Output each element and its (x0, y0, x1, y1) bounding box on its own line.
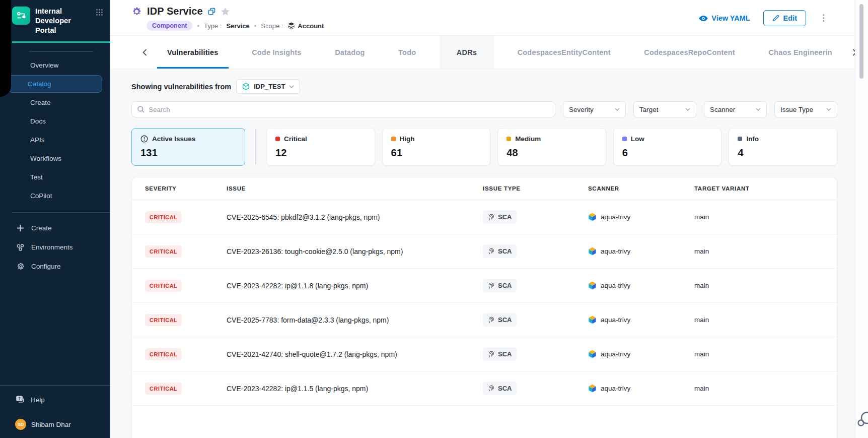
copy-icon[interactable] (208, 8, 215, 15)
user-name: Shibam Dhar (31, 421, 71, 428)
page-title: IDP Service (147, 6, 203, 17)
fingerprint-icon (488, 317, 495, 324)
table-row[interactable]: CRITICAL CVE-2021-42740: shell-quote@1.7… (132, 337, 837, 371)
severity-badge: CRITICAL (145, 245, 182, 258)
sidebar-item-create[interactable]: Create (0, 93, 110, 112)
severity-cell: CRITICAL (145, 211, 227, 223)
chevron-down-icon (615, 108, 620, 111)
chevron-down-icon (289, 85, 294, 88)
favorite-star-icon[interactable] (221, 7, 230, 16)
tab-codespacesrepocontent[interactable]: CodespacesRepoContent (634, 36, 745, 69)
user-avatar: SD (15, 419, 26, 430)
sidebar-item-help[interactable]: ? Help (0, 396, 110, 404)
edit-button[interactable]: Edit (763, 10, 806, 26)
table-row[interactable]: CRITICAL CVE-2023-42282: ip@1.1.5 (lang-… (132, 371, 837, 406)
apps-grid-icon[interactable] (96, 9, 103, 16)
severity-card-info[interactable]: Info 4 (729, 128, 837, 166)
tab-codespacesentitycontent[interactable]: CodespacesEntityContent (508, 36, 621, 69)
column-header-severity: SEVERITY (145, 185, 227, 192)
tab-label: CodespacesRepoContent (644, 48, 735, 56)
issue-cell: CVE-2025-6545: pbkdf2@3.1.2 (lang-pkgs, … (227, 213, 483, 221)
target-selector[interactable]: IDP_TEST (236, 79, 300, 94)
vulnerabilities-panel: Showing vulnerabilities from IDP_TEST Se… (110, 69, 868, 438)
sidebar-item-overview[interactable]: Overview (0, 56, 110, 75)
issue-type-cell: SCA (483, 382, 588, 395)
severity-card-low[interactable]: Low 6 (613, 128, 722, 166)
issue-type-cell: SCA (483, 244, 588, 258)
sidebar-item-apis[interactable]: APIs (0, 131, 110, 149)
sidebar-action-configure[interactable]: Configure (0, 257, 110, 276)
scanner-name: aqua-trivy (601, 247, 630, 255)
tab-todo[interactable]: Todo (388, 36, 426, 69)
scanner-cell: aqua-trivy (588, 316, 694, 324)
edit-label: Edit (783, 14, 797, 22)
sidebar-logo-row: Internal Developer Portal (0, 0, 110, 35)
sidebar-action-create[interactable]: Create (0, 219, 110, 238)
fingerprint-icon (488, 282, 495, 289)
sidebar-spacer (0, 276, 110, 385)
table-row[interactable]: CRITICAL CVE-2023-26136: tough-cookie@2.… (132, 234, 837, 269)
eye-icon (699, 15, 708, 22)
issue-cell: CVE-2023-26136: tough-cookie@2.5.0 (lang… (227, 247, 483, 256)
meta-separator: • (254, 22, 257, 30)
page-scrollbar-track[interactable] (855, 0, 868, 438)
user-menu[interactable]: SD Shibam Dhar (0, 419, 110, 430)
floating-help-widget-icon[interactable] (856, 409, 868, 431)
sidebar-item-catalog[interactable]: Catalog (8, 75, 102, 93)
portal-logo-icon[interactable] (12, 7, 30, 25)
svg-text:?: ? (18, 397, 20, 400)
entity-kind-badge[interactable]: Component (147, 21, 192, 31)
table-body: CRITICAL CVE-2025-6545: pbkdf2@3.1.2 (la… (132, 200, 837, 406)
scope-account-icon (287, 22, 295, 29)
search-input[interactable] (149, 106, 549, 113)
issue-type-chip: SCA (483, 244, 517, 258)
entity-header-actions: View YAML Edit ⋮ (699, 6, 828, 31)
sidebar-action-environments[interactable]: Environments (0, 238, 110, 257)
sidebar-action-label: Create (31, 224, 52, 232)
filter-severity[interactable]: Severity (563, 101, 626, 117)
tab-code-insights[interactable]: Code Insights (242, 36, 311, 69)
trivy-logo-icon (588, 384, 597, 393)
active-issues-label: Active Issues (152, 135, 195, 143)
filter-scanner[interactable]: Scanner (704, 101, 767, 117)
tab-adrs[interactable]: ADRs (440, 36, 494, 69)
more-options-icon[interactable]: ⋮ (819, 16, 828, 21)
table-row[interactable]: CRITICAL CVE-2025-7783: form-data@2.3.3 … (132, 303, 837, 337)
filter-issue-type[interactable]: Issue Type (774, 101, 837, 117)
column-header-issue: ISSUE (227, 185, 483, 192)
sidebar-item-test[interactable]: Test (0, 168, 110, 186)
tabs-scroll-left-icon[interactable] (138, 36, 151, 69)
severity-card-count: 6 (622, 147, 713, 159)
severity-card-count: 4 (738, 147, 828, 159)
sidebar-item-workflows[interactable]: Workflows (0, 149, 110, 168)
filter-target[interactable]: Target (633, 101, 696, 117)
page-scrollbar-thumb[interactable] (859, 4, 863, 79)
severity-card-medium[interactable]: Medium 48 (497, 128, 606, 166)
tab-chaos-engineerin[interactable]: Chaos Engineerin (758, 36, 842, 69)
severity-card-critical[interactable]: Critical 12 (266, 128, 375, 166)
fingerprint-icon (488, 214, 495, 221)
tab-datadog[interactable]: Datadog (325, 36, 375, 69)
issue-type-cell: SCA (483, 347, 588, 361)
view-yaml-button[interactable]: View YAML (699, 14, 750, 22)
sidebar-item-copilot[interactable]: CoPilot (0, 186, 110, 205)
tab-label: ADRs (457, 48, 477, 56)
fingerprint-icon (488, 248, 495, 255)
issue-type-cell: SCA (483, 313, 588, 327)
table-row[interactable]: CRITICAL CVE-2023-42282: ip@1.1.8 (lang-… (132, 269, 837, 303)
severity-card-high[interactable]: High 61 (382, 128, 491, 166)
issue-type-cell: SCA (483, 210, 588, 224)
severity-badge: CRITICAL (145, 348, 182, 360)
scanner-name: aqua-trivy (601, 316, 630, 324)
severity-dot (275, 137, 280, 141)
tab-vulnerabilities[interactable]: Vulnerabilities (157, 36, 229, 69)
scanner-name: aqua-trivy (601, 213, 630, 221)
sidebar-item-docs[interactable]: Docs (0, 112, 110, 131)
column-header-target-variant: TARGET VARIANT (694, 185, 824, 192)
sidebar-item-label: Test (30, 173, 43, 181)
table-row[interactable]: CRITICAL CVE-2025-6545: pbkdf2@3.1.2 (la… (132, 200, 837, 234)
issue-type-chip: SCA (483, 382, 517, 395)
active-issues-card[interactable]: Active Issues 131 (131, 128, 245, 166)
severity-dot (507, 137, 511, 141)
tab-label: CodespacesEntityContent (518, 48, 611, 56)
